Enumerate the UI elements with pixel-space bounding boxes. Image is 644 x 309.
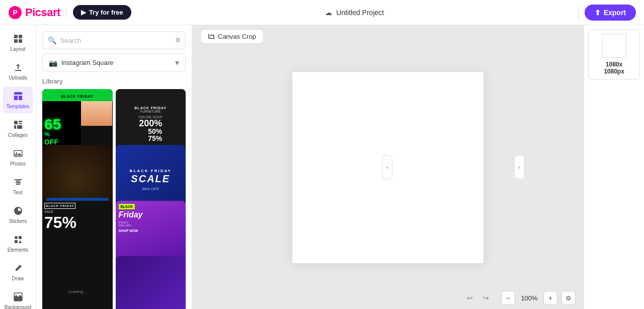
- svg-rect-4: [14, 39, 18, 43]
- cloud-icon: ☁: [325, 9, 332, 17]
- uploads-icon: [13, 62, 24, 73]
- format-label: Instagram Square: [61, 59, 113, 66]
- format-selector-left: 📷 Instagram Square: [49, 59, 113, 67]
- svg-rect-17: [19, 236, 22, 239]
- picsart-logo: P Picsart: [8, 6, 60, 20]
- header-right: ⬆ Export: [578, 5, 636, 21]
- template-item-8[interactable]: YOUR FAVORITE: [116, 256, 186, 309]
- svg-rect-10: [19, 121, 22, 122]
- templates-panel: 🔍 ≡ 📷 Instagram Square ▾ Library BLACK F…: [36, 25, 192, 309]
- settings-icon: ⚙: [566, 294, 572, 302]
- chevron-right-icon: ›: [518, 165, 520, 170]
- text-label: Text: [13, 190, 22, 195]
- zoom-out-icon: −: [506, 294, 510, 302]
- sidebar-item-stickers[interactable]: Stickers: [3, 201, 33, 228]
- zoom-out-button[interactable]: −: [501, 291, 515, 305]
- text-icon: [13, 177, 24, 188]
- try-free-button[interactable]: ▶ Try for free: [73, 5, 131, 20]
- zoom-level: 100%: [519, 294, 539, 302]
- template-item-7[interactable]: Loading...: [42, 256, 113, 309]
- stickers-label: Stickers: [9, 218, 27, 224]
- canvas-crop-label: Canvas Crop: [218, 33, 256, 40]
- svg-rect-5: [19, 39, 22, 43]
- sidebar-item-text[interactable]: Text: [3, 173, 33, 199]
- sidebar-item-elements[interactable]: Elements: [3, 230, 33, 257]
- canvas-size-value2: 1080px: [593, 68, 635, 75]
- sidebar-item-uploads[interactable]: Uploads: [3, 58, 33, 85]
- photos-label: Photos: [10, 161, 26, 167]
- sidebar-icons: Layout Uploads Templates Collages Photos: [0, 25, 36, 309]
- header-divider: [66, 7, 67, 19]
- panel-top: 🔍 ≡ 📷 Instagram Square ▾: [36, 25, 192, 76]
- try-free-label: Try for free: [89, 9, 123, 16]
- svg-rect-12: [14, 125, 16, 129]
- library-header: Library: [36, 76, 192, 89]
- uploads-label: Uploads: [9, 75, 27, 81]
- settings-button[interactable]: ⚙: [561, 291, 576, 305]
- background-label: Background: [5, 304, 31, 309]
- undo-redo: ↩ ↪: [463, 291, 493, 305]
- svg-marker-19: [19, 240, 22, 243]
- svg-rect-14: [14, 150, 22, 157]
- svg-rect-2: [14, 35, 18, 38]
- undo-button[interactable]: ↩: [463, 291, 477, 305]
- search-input[interactable]: [60, 37, 172, 44]
- svg-rect-7: [14, 96, 18, 100]
- instagram-icon: 📷: [49, 59, 57, 67]
- svg-rect-3: [19, 35, 22, 38]
- picsart-logo-icon: P: [8, 6, 22, 20]
- export-label: Export: [604, 9, 626, 17]
- sidebar-item-layout[interactable]: Layout: [3, 29, 33, 56]
- canvas-bottom: ↩ ↪ − 100% + ⚙: [192, 287, 584, 309]
- project-title[interactable]: Untitled Project: [336, 9, 384, 17]
- canvas-size-value: 1080x: [593, 61, 635, 68]
- export-icon: ⬆: [595, 9, 601, 17]
- stickers-icon: [13, 205, 24, 216]
- format-selector[interactable]: 📷 Instagram Square ▾: [42, 53, 186, 72]
- canvas-toolbar: Canvas Crop: [192, 25, 584, 48]
- sidebar-item-photos[interactable]: Photos: [3, 144, 33, 171]
- right-panel: 1080x 1080px: [584, 25, 644, 309]
- collages-label: Collages: [8, 132, 28, 138]
- filter-icon[interactable]: ≡: [176, 36, 180, 45]
- search-bar: 🔍 ≡: [42, 31, 186, 49]
- header-center: ☁ Untitled Project: [325, 9, 384, 17]
- header-right-divider: [578, 5, 579, 20]
- layout-icon: [13, 33, 24, 44]
- background-icon: [13, 291, 24, 302]
- svg-rect-9: [14, 121, 18, 124]
- sidebar-item-collages[interactable]: Collages: [3, 115, 33, 142]
- sidebar-item-draw[interactable]: Draw: [3, 259, 33, 285]
- chevron-down-icon: ▾: [175, 58, 179, 67]
- sidebar-item-background[interactable]: Background: [3, 287, 33, 309]
- draw-icon: [13, 263, 24, 274]
- redo-button[interactable]: ↪: [479, 291, 493, 305]
- svg-point-15: [16, 152, 17, 154]
- export-button[interactable]: ⬆ Export: [585, 5, 636, 21]
- svg-point-16: [15, 236, 18, 239]
- crop-icon: [208, 33, 215, 40]
- draw-label: Draw: [12, 276, 24, 281]
- main-content: Layout Uploads Templates Collages Photos: [0, 25, 644, 309]
- sidebar-item-templates[interactable]: Templates: [3, 87, 33, 113]
- zoom-in-icon: +: [548, 294, 552, 302]
- chevron-left-icon: ‹: [386, 165, 388, 170]
- svg-rect-8: [19, 96, 22, 100]
- canvas-size-display: 1080x 1080px: [588, 29, 640, 80]
- svg-rect-11: [19, 123, 22, 124]
- zoom-in-button[interactable]: +: [543, 291, 557, 305]
- collages-icon: [13, 119, 24, 130]
- svg-rect-13: [17, 125, 22, 129]
- search-icon: 🔍: [48, 36, 56, 44]
- canvas-crop-button[interactable]: Canvas Crop: [200, 29, 264, 44]
- templates-icon: [13, 91, 24, 102]
- templates-grid: BLACK FRIDAY 65 % OFF: [36, 89, 192, 309]
- svg-text:P: P: [13, 9, 17, 17]
- elements-label: Elements: [8, 247, 29, 253]
- try-free-icon: ▶: [81, 9, 86, 16]
- elements-icon: [13, 234, 24, 245]
- photos-icon: [13, 148, 24, 159]
- logo-text: Picsart: [25, 6, 60, 19]
- panel-toggle-right[interactable]: ›: [514, 155, 524, 179]
- panel-toggle-left[interactable]: ‹: [382, 155, 392, 179]
